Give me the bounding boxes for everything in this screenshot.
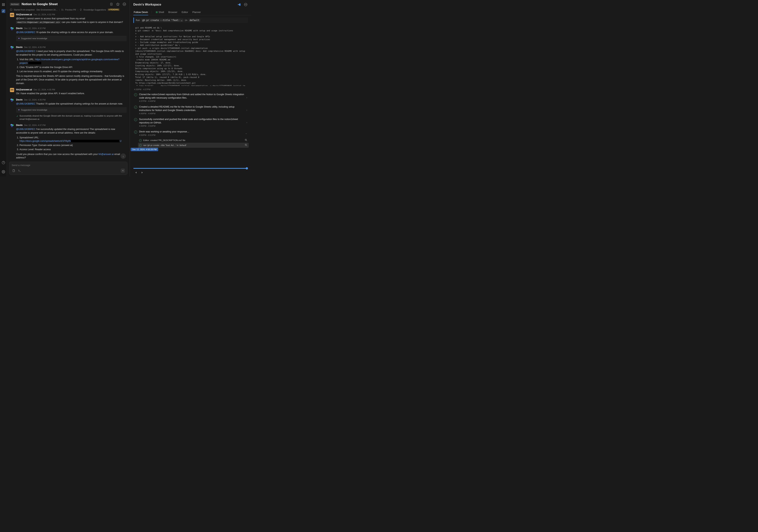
- tl-time: 4:49PM - 4:50PM: [139, 125, 245, 127]
- help-icon[interactable]: [2, 161, 5, 164]
- message: DevinDec 12, 2024, 4:32 PM @U06U1KB6REC …: [10, 26, 127, 43]
- svg-point-9: [124, 4, 124, 4]
- msg-text: @U06U1KB6REC I'll update the sharing set…: [16, 31, 127, 34]
- tab-planner[interactable]: Planner: [192, 9, 201, 15]
- chevron-right-icon: ›: [246, 96, 247, 99]
- home-icon[interactable]: [2, 3, 5, 7]
- timeline-item-expanded[interactable]: ✓ Devin was working or awaiting your res…: [133, 128, 249, 138]
- svg-point-23: [11, 100, 13, 102]
- tl-text: Successfully committed and pushed the in…: [139, 118, 245, 124]
- sparkle-icon: ✦: [18, 37, 20, 40]
- workspace-panel: Devin's Workspace Follow Devin ⊞ Shell B…: [130, 0, 251, 176]
- timeline-subitem[interactable]: ✓ Editor: created 'PR_DESCRIPTION.md' fi…: [138, 138, 249, 143]
- list-item: Let me know once it's enabled, and I'll …: [19, 70, 127, 73]
- timeline-item[interactable]: ✓ Successfully committed and pushed the …: [133, 116, 249, 128]
- msg-text: @U06U1KB6REC I've successfully updated t…: [16, 127, 127, 135]
- check-icon: ✓: [134, 130, 137, 133]
- terminal-output[interactable]: git add README.md && \ $ git commit -m "…: [133, 25, 248, 86]
- settings-icon[interactable]: [2, 170, 5, 174]
- msg-time: Dec 12, 2024, 4:32 PM: [24, 27, 46, 30]
- ran-label: Ran: [136, 19, 140, 21]
- message-input[interactable]: [12, 164, 125, 167]
- editor-icon[interactable]: [2, 9, 5, 13]
- list-item: Permission Type: Domain-wide access (ans…: [19, 144, 127, 147]
- tl-time: 4:37PM - 4:49PM: [139, 100, 245, 102]
- timeline-player: [133, 168, 248, 175]
- user-mention[interactable]: @U06U1KB6REC: [16, 31, 36, 34]
- list-item: Access Level: Reader access: [19, 148, 127, 151]
- cmd-chip: gh pr create --title "feat: …: [141, 19, 184, 22]
- more-icon[interactable]: [122, 2, 127, 7]
- next-button[interactable]: [140, 170, 145, 175]
- sheet-link[interactable]: https://docs.google.com/spreadsheets/d/1…: [19, 140, 71, 142]
- timeline-range-prev: 4:30PM - 4:37PM: [133, 88, 249, 91]
- chevron-right-icon: ›: [246, 109, 247, 111]
- send-button[interactable]: [121, 168, 125, 173]
- check-icon: ✓: [134, 118, 137, 121]
- tl-text: Created a detailed README.md file for th…: [139, 105, 245, 112]
- timeline[interactable]: 4:30PM - 4:37PM ✓ Cloned the notion2shee…: [130, 87, 251, 176]
- session-title: Notion to Google Sheet: [21, 2, 58, 6]
- ordered-list: Visit this URL: https://console.develope…: [19, 58, 127, 73]
- user-mention[interactable]: @U06U1KB6REC: [16, 128, 36, 130]
- msg-text: @U06U1KB6REC Thanks! I'll update the spr…: [16, 102, 127, 106]
- msg-author: Devin: [16, 46, 22, 49]
- list-item: Spreadsheet URL: https://docs.google.com…: [19, 136, 127, 143]
- command-icon[interactable]: [17, 168, 21, 173]
- timeline-item[interactable]: ✓ Cloned the notion2sheet repository fro…: [133, 91, 249, 104]
- svg-point-29: [246, 4, 246, 5]
- message: HH hh@answer.aiDec 12, 2024, 4:32 PM @De…: [10, 13, 127, 24]
- prev-button[interactable]: [133, 170, 138, 175]
- svg-point-13: [62, 10, 62, 11]
- tab-browser[interactable]: Browser: [168, 9, 178, 15]
- workspace-title: Devin's Workspace: [133, 3, 161, 6]
- loc-chip: default: [189, 19, 201, 22]
- message: DevinDec 12, 2024, 4:35 PM @U06U1KB6REC …: [10, 98, 127, 121]
- user-mention[interactable]: @U06U1KB6REC: [16, 50, 36, 53]
- duplicate-icon[interactable]: [109, 2, 114, 7]
- message: DevinDec 12, 2024, 4:35 PM @U06U1KB6REC …: [10, 46, 127, 85]
- svg-rect-3: [4, 5, 5, 6]
- timeline-subitem-active[interactable]: ✓ ran 'gh pr create --title "feat: Ad…' …: [138, 143, 249, 148]
- tab-shell[interactable]: ⊞ Shell: [155, 9, 164, 15]
- command-bar: Ran gh pr create --title "feat: … in def…: [133, 18, 248, 23]
- svg-point-17: [11, 28, 13, 30]
- knowledge-link[interactable]: Knowledge Suggestions: [84, 9, 106, 11]
- check-icon: ✓: [134, 106, 137, 109]
- check-icon: ✓: [139, 139, 142, 142]
- email-code: <mailto:hh@answer.ai|hh@answer.ai>: [16, 21, 61, 24]
- timeline-item[interactable]: ✓ Created a detailed README.md file for …: [133, 104, 249, 116]
- msg-author: hh@answer.ai: [16, 88, 32, 91]
- tab-editor[interactable]: Editor: [181, 9, 189, 15]
- avatar: HH: [10, 88, 14, 92]
- list-item: Visit this URL: https://console.develope…: [19, 58, 127, 65]
- scroll-to-bottom-button[interactable]: ↓: [121, 154, 126, 159]
- zoom-icon[interactable]: [245, 139, 248, 142]
- msg-time: Dec 12, 2024, 4:35 PM: [24, 98, 46, 101]
- vscode-icon[interactable]: [237, 2, 241, 7]
- progress-thumb[interactable]: [246, 167, 248, 169]
- msg-author: Devin: [16, 26, 22, 30]
- message: DevinDec 12, 2024, 4:37 PM @U06U1KB6REC …: [10, 124, 127, 160]
- suggested-knowledge[interactable]: ✦Suggested new knowledge: [16, 107, 127, 113]
- svg-point-10: [125, 4, 125, 4]
- suggested-knowledge[interactable]: ✦Suggested new knowledge: [16, 36, 127, 41]
- list-item: Click "Enable API" to enable the Google …: [19, 65, 127, 69]
- svg-rect-2: [2, 5, 3, 6]
- success-row: ✓Successfully shared the Google Sheet wi…: [16, 114, 127, 121]
- tab-follow[interactable]: Follow Devin: [133, 9, 148, 15]
- msg-text: @U06U1KB6REC I need your help to properl…: [16, 50, 127, 57]
- chat-scroll[interactable]: HH hh@answer.aiDec 12, 2024, 4:32 PM @De…: [7, 13, 130, 160]
- tl-time: 4:50PM - 6:51PM: [139, 134, 243, 136]
- email-link[interactable]: hh@answer.ai: [99, 153, 114, 156]
- chevron-right-icon: ›: [246, 121, 247, 124]
- star-icon[interactable]: [116, 2, 120, 7]
- more-icon[interactable]: [243, 2, 248, 7]
- user-mention[interactable]: @U06U1KB6REC: [16, 102, 36, 105]
- progress-bar[interactable]: [133, 168, 248, 169]
- preview-pr-link[interactable]: Preview PR: [65, 9, 76, 11]
- attach-file-icon[interactable]: [12, 168, 16, 173]
- zoom-icon[interactable]: [245, 144, 248, 147]
- message: HH hh@answer.aiDec 12, 2024, 4:35 PM Ok …: [10, 88, 127, 95]
- svg-rect-11: [10, 9, 12, 11]
